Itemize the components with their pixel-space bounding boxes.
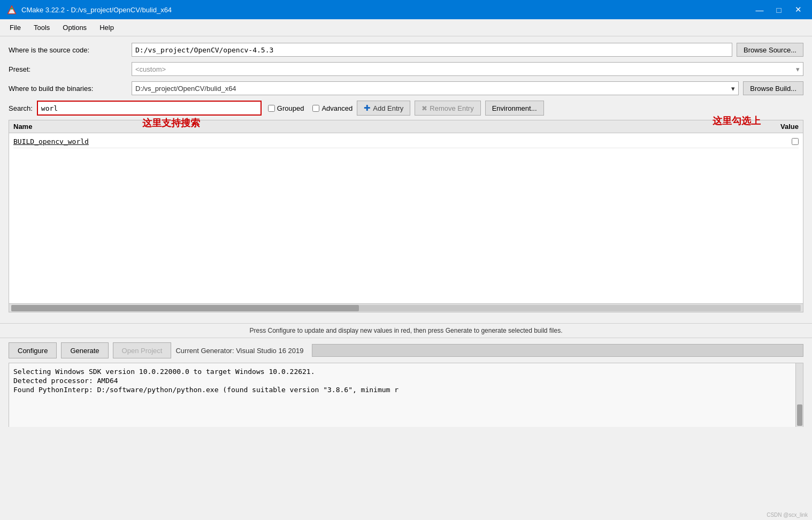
table-annotation-container: Name Value BUILD_opencv_world 这里勾选上	[9, 120, 803, 312]
preset-row: Preset: <custom> ▾	[9, 62, 803, 76]
entry-value-checkbox[interactable]	[734, 138, 799, 145]
scroll-track	[11, 305, 801, 311]
advanced-checkbox-label[interactable]: Advanced	[312, 104, 353, 112]
build-dropdown[interactable]: D:/vs_project/OpenCV/bulid_x64 ▾	[132, 81, 739, 95]
table-body: BUILD_opencv_world	[9, 133, 803, 150]
menu-options[interactable]: Options	[57, 21, 92, 34]
environment-button[interactable]: Environment...	[485, 101, 544, 116]
build-row: Where to build the binaries: D:/vs_proje…	[9, 81, 803, 95]
maximize-button[interactable]: □	[771, 3, 786, 16]
grouped-checkbox-label[interactable]: Grouped	[268, 104, 304, 112]
browse-build-button[interactable]: Browse Build...	[743, 81, 803, 95]
configure-button[interactable]: Configure	[9, 342, 57, 358]
remove-entry-label: Remove Entry	[430, 104, 473, 112]
table-header: Name Value	[9, 120, 803, 133]
build-chevron-icon: ▾	[731, 85, 735, 93]
generator-text: Current Generator: Visual Studio 16 2019	[175, 347, 303, 355]
search-input[interactable]	[37, 101, 262, 116]
close-button[interactable]: ✕	[791, 3, 806, 16]
advanced-label: Advanced	[321, 104, 353, 112]
preset-label: Preset:	[9, 65, 132, 73]
source-row: Where is the source code: Browse Source.…	[9, 43, 803, 57]
build-value: D:/vs_project/OpenCV/bulid_x64	[135, 85, 236, 93]
title-bar: CMake 3.22.2 - D:/vs_project/OpenCV/buli…	[0, 0, 812, 19]
preset-value: <custom>	[135, 65, 166, 73]
preset-dropdown[interactable]: <custom> ▾	[132, 62, 803, 76]
add-entry-label: Add Entry	[373, 104, 403, 112]
table-container: Name Value BUILD_opencv_world	[9, 120, 803, 312]
status-bar: Press Configure to update and display ne…	[0, 323, 812, 338]
table-row[interactable]: BUILD_opencv_world	[13, 135, 799, 148]
open-project-button[interactable]: Open Project	[113, 342, 172, 358]
minimize-button[interactable]: —	[752, 3, 767, 16]
grouped-checkbox[interactable]	[268, 105, 275, 112]
search-label: Search:	[9, 104, 33, 112]
log-scrollbar[interactable]	[795, 363, 803, 427]
advanced-checkbox[interactable]	[312, 105, 319, 112]
entry-name: BUILD_opencv_world	[13, 137, 734, 146]
remove-entry-button[interactable]: ✖ Remove Entry	[415, 101, 480, 116]
menu-bar: File Tools Options Help	[0, 19, 812, 36]
scroll-thumb	[11, 305, 359, 311]
horizontal-scrollbar[interactable]	[9, 303, 803, 312]
value-column-header: Value	[734, 123, 799, 131]
name-column-header: Name	[13, 123, 734, 131]
grouped-label: Grouped	[277, 104, 304, 112]
bottom-buttons: Configure Generate Open Project Current …	[0, 338, 812, 363]
generate-button[interactable]: Generate	[61, 342, 108, 358]
log-line-2: Found PythonInterp: D:/software/python/p…	[13, 386, 799, 394]
source-input[interactable]	[132, 43, 732, 57]
menu-tools[interactable]: Tools	[28, 21, 55, 34]
log-scroll-thumb	[797, 404, 802, 426]
checkbox-group: Grouped Advanced	[268, 104, 353, 112]
plus-icon: ✚	[364, 103, 371, 113]
window-title: CMake 3.22.2 - D:/vs_project/OpenCV/buli…	[21, 6, 172, 14]
build-opencv-world-checkbox[interactable]	[792, 138, 799, 145]
svg-point-2	[11, 7, 13, 10]
log-line-0: Selecting Windows SDK version 10.0.22000…	[13, 368, 799, 376]
browse-source-button[interactable]: Browse Source...	[737, 43, 803, 57]
status-text: Press Configure to update and display ne…	[249, 327, 562, 334]
main-content: Where is the source code: Browse Source.…	[0, 36, 812, 323]
log-area: Selecting Windows SDK version 10.0.22000…	[9, 363, 803, 427]
preset-chevron-icon: ▾	[796, 65, 800, 73]
app-logo	[6, 4, 17, 15]
menu-file[interactable]: File	[4, 21, 26, 34]
add-entry-button[interactable]: ✚ Add Entry	[357, 101, 410, 116]
log-line-1: Detected processor: AMD64	[13, 377, 799, 385]
search-row: Search: Grouped Advanced ✚ Add Entry ✖ R…	[9, 101, 803, 116]
watermark: CSDN @scx_link	[767, 512, 808, 518]
source-label: Where is the source code:	[9, 46, 132, 54]
x-icon: ✖	[422, 104, 427, 112]
build-label: Where to build the binaries:	[9, 85, 132, 93]
menu-help[interactable]: Help	[94, 21, 119, 34]
search-toolbar-container: Search: Grouped Advanced ✚ Add Entry ✖ R…	[9, 101, 803, 116]
progress-bar	[312, 344, 803, 357]
